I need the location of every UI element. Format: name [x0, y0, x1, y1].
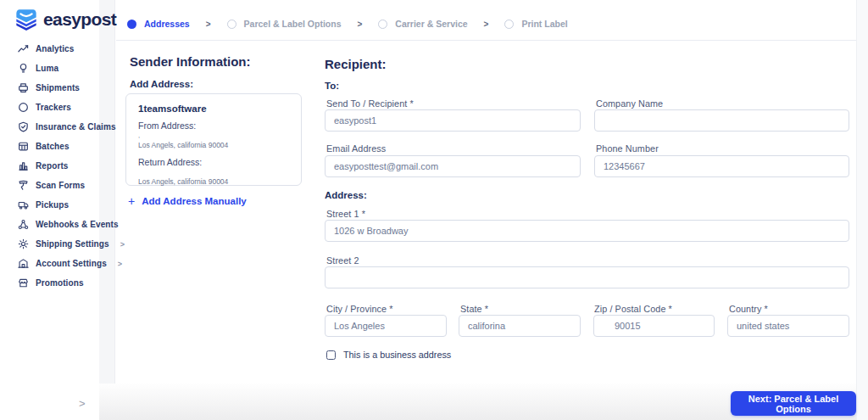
from-address-label: From Address: — [138, 120, 289, 131]
business-address-checkbox[interactable] — [326, 350, 336, 360]
sidebar-item-label: Batches — [36, 142, 70, 151]
street1-input[interactable] — [325, 220, 849, 242]
address-section-label: Address: — [325, 190, 367, 200]
sidebar-item-label: Promotions — [36, 278, 84, 288]
gear-icon — [18, 238, 29, 249]
sidebar-item-label: Reports — [36, 161, 68, 171]
chevron-right-icon: > — [484, 20, 489, 29]
city-province-label: City / Province * — [326, 304, 393, 314]
street2-input[interactable] — [325, 266, 849, 288]
sidebar-item-label: Shipments — [36, 83, 80, 92]
add-address-manually-link[interactable]: + Add Address Manually — [128, 195, 247, 207]
sidebar-item-label: Shipping Settings — [36, 239, 109, 249]
state-input[interactable] — [459, 315, 581, 337]
header-divider — [116, 40, 856, 41]
company-name-input[interactable] — [594, 109, 849, 132]
storefront-icon — [18, 277, 29, 288]
chevron-right-icon: > — [120, 240, 125, 249]
recipient-title: Recipient: — [325, 57, 387, 71]
step-parcel-label-options[interactable]: Parcel & Label Options — [227, 19, 342, 29]
easypost-logo[interactable]: easypost — [14, 8, 116, 31]
sidebar-item-insurance-claims[interactable]: Insurance & Claims — [0, 117, 99, 137]
send-to-input[interactable] — [325, 109, 581, 132]
zip-postal-code-input[interactable] — [593, 315, 715, 337]
shipments-icon — [18, 82, 29, 93]
step-dot-outline-icon — [227, 20, 236, 29]
easypost-logo-icon — [14, 8, 39, 31]
from-address-street: , — [138, 132, 289, 139]
batches-icon — [18, 141, 29, 152]
email-address-label: Email Address — [326, 143, 386, 154]
easypost-logo-text: easypost — [43, 9, 116, 30]
truck-icon — [18, 199, 29, 210]
step-dot-outline-icon — [504, 20, 514, 29]
sidebar-scrollbar[interactable] — [99, 0, 115, 384]
sidebar-item-batches[interactable]: Batches — [0, 137, 99, 156]
sidebar-item-label: Trackers — [36, 103, 71, 112]
trackers-icon — [18, 102, 29, 113]
sidebar: easypost Analytics Luma Shipments Tracke… — [0, 0, 99, 420]
to-label: To: — [325, 81, 339, 91]
return-address-city: Los Angels, california 90004 — [138, 177, 289, 186]
sidebar-item-label: Scan Forms — [36, 181, 85, 190]
sidebar-item-pickups[interactable]: Pickups — [0, 195, 99, 215]
add-address-label: Add Address: — [130, 79, 193, 89]
return-address-label: Return Address: — [138, 157, 289, 167]
next-parcel-label-options-button[interactable]: Next: Parcel & Label Options — [731, 391, 856, 416]
sender-address-card[interactable]: 1teamsoftware From Address: , Los Angels… — [125, 93, 302, 186]
chevron-right-icon: > — [206, 20, 211, 29]
step-print-label[interactable]: Print Label — [504, 19, 567, 29]
street2-label: Street 2 — [326, 255, 359, 266]
step-addresses[interactable]: Addresses — [127, 19, 190, 29]
sidebar-item-account-settings[interactable]: Account Settings > — [0, 254, 99, 273]
sidebar-item-reports[interactable]: Reports — [0, 156, 99, 176]
sidebar-collapse-chevron-icon[interactable]: > — [79, 397, 86, 410]
city-province-input[interactable] — [325, 315, 447, 337]
street1-label: Street 1 * — [326, 209, 365, 219]
sidebar-item-label: Analytics — [36, 44, 74, 53]
page-scrollbar[interactable] — [856, 0, 868, 420]
country-label: Country * — [729, 304, 768, 314]
plus-icon: + — [128, 195, 135, 207]
analytics-icon — [18, 43, 29, 54]
sidebar-item-shipping-settings[interactable]: Shipping Settings > — [0, 234, 99, 254]
wizard-stepper: Addresses > Parcel & Label Options > Car… — [127, 19, 568, 29]
reports-bar-chart-icon — [18, 160, 29, 171]
building-icon — [18, 258, 29, 269]
sidebar-item-trackers[interactable]: Trackers — [0, 98, 99, 117]
sidebar-item-promotions[interactable]: Promotions — [0, 273, 99, 293]
app-window: easypost Analytics Luma Shipments Tracke… — [0, 0, 868, 420]
business-address-checkbox-label: This is a business address — [343, 350, 451, 360]
sidebar-item-analytics[interactable]: Analytics — [0, 39, 99, 59]
chevron-right-icon: > — [358, 20, 363, 29]
zip-postal-code-label: Zip / Postal Code * — [594, 304, 672, 314]
sidebar-item-label: Luma — [36, 64, 58, 73]
send-to-label: Send To / Recipient * — [326, 98, 414, 109]
sidebar-item-luma[interactable]: Luma — [0, 59, 99, 78]
from-address-city: Los Angels, california 90004 — [138, 141, 289, 149]
step-carrier-service[interactable]: Carrier & Service — [378, 19, 467, 29]
state-label: State * — [460, 304, 488, 314]
sidebar-item-shipments[interactable]: Shipments — [0, 78, 99, 98]
sidebar-item-label: Pickups — [36, 200, 69, 210]
sender-card-name: 1teamsoftware — [138, 104, 289, 114]
scanner-icon — [18, 180, 29, 191]
sidebar-item-webhooks-events[interactable]: Webhooks & Events — [0, 215, 99, 234]
company-name-label: Company Name — [596, 98, 663, 109]
sidebar-nav: Analytics Luma Shipments Trackers Insura… — [0, 39, 99, 293]
chevron-right-icon: > — [118, 260, 122, 268]
sidebar-item-label: Account Settings — [36, 259, 107, 268]
country-input[interactable] — [727, 315, 849, 337]
sidebar-item-label: Webhooks & Events — [36, 220, 119, 229]
phone-number-label: Phone Number — [596, 143, 659, 154]
step-dot-outline-icon — [378, 20, 387, 29]
sidebar-item-scan-forms[interactable]: Scan Forms — [0, 176, 99, 195]
webhook-icon — [18, 219, 29, 230]
sender-information-title: Sender Information: — [130, 54, 251, 69]
business-address-checkbox-row: This is a business address — [326, 350, 451, 360]
sidebar-item-label: Insurance & Claims — [36, 122, 116, 132]
email-address-input[interactable] — [325, 155, 581, 177]
luma-icon — [18, 63, 29, 74]
shield-check-icon — [18, 121, 29, 132]
phone-number-input[interactable] — [594, 155, 849, 177]
